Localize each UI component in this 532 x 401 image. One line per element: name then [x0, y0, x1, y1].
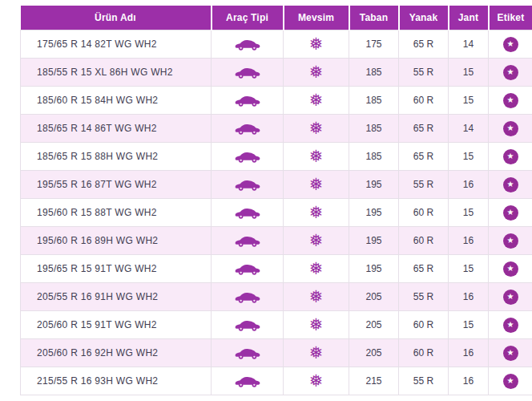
tire-label-star-badge[interactable]: ★	[503, 374, 518, 389]
table-row: 185/55 R 15 XL 86H WG WH2 ❅ 185 55 R 15 …	[21, 59, 532, 87]
tire-label-star-badge[interactable]: ★	[503, 233, 518, 249]
table-row: 215/55 R 16 93H WG WH2 ❅ 215 55 R 16 ★	[21, 367, 532, 395]
snowflake-icon: ❅	[309, 120, 324, 137]
tire-label-star-badge[interactable]: ★	[503, 37, 518, 52]
vehicle-type-cell	[212, 367, 284, 395]
etiket-cell: ★	[489, 199, 532, 227]
tire-products-table: Ürün Adı Araç Tipi Mevsim Taban Yanak Ja…	[20, 6, 532, 395]
table-row: 205/60 R 16 92H WG WH2 ❅ 205 60 R 16 ★	[21, 339, 532, 367]
etiket-cell: ★	[489, 115, 532, 143]
snowflake-icon: ❅	[309, 317, 324, 334]
vehicle-type-cell	[212, 30, 284, 59]
season-cell: ❅	[284, 339, 349, 367]
taban-cell: 185	[349, 87, 399, 115]
column-header-yanak: Yanak	[399, 6, 449, 30]
table-row: 175/65 R 14 82T WG WH2 ❅ 175 65 R 14 ★	[21, 30, 532, 59]
product-name-cell: 205/60 R 16 92H WG WH2	[21, 339, 212, 367]
tire-label-star-badge[interactable]: ★	[503, 205, 518, 221]
jant-cell: 15	[449, 311, 489, 339]
taban-cell: 195	[349, 255, 399, 283]
jant-cell: 16	[449, 227, 489, 255]
snowflake-icon: ❅	[309, 36, 324, 53]
tire-label-star-badge[interactable]: ★	[503, 149, 518, 164]
product-name-cell: 215/55 R 16 93H WG WH2	[21, 367, 212, 395]
season-cell: ❅	[284, 115, 349, 143]
etiket-cell: ★	[489, 339, 532, 367]
yanak-cell: 60 R	[399, 227, 449, 255]
tire-label-star-badge[interactable]: ★	[503, 93, 518, 108]
header-row: Ürün Adı Araç Tipi Mevsim Taban Yanak Ja…	[21, 6, 532, 30]
table-row: 185/65 R 14 86T WG WH2 ❅ 185 65 R 14 ★	[21, 115, 532, 143]
snowflake-icon: ❅	[309, 205, 324, 221]
product-name-cell: 185/65 R 15 88H WG WH2	[21, 143, 212, 171]
taban-cell: 195	[349, 199, 399, 227]
column-header-urun-adi: Ürün Adı	[21, 6, 212, 30]
table-row: 195/65 R 15 91T WG WH2 ❅ 195 65 R 15 ★	[21, 255, 532, 283]
snowflake-icon: ❅	[309, 233, 324, 249]
jant-cell: 15	[449, 143, 489, 171]
taban-cell: 175	[349, 30, 399, 59]
yanak-cell: 55 R	[399, 171, 449, 199]
product-name-cell: 195/60 R 16 89H WG WH2	[21, 227, 212, 255]
tire-label-star-badge[interactable]: ★	[503, 318, 518, 333]
taban-cell: 205	[349, 339, 399, 367]
table-row: 205/55 R 16 91H WG WH2 ❅ 205 55 R 16 ★	[21, 283, 532, 311]
star-icon: ★	[507, 209, 514, 217]
table-row: 195/60 R 16 89H WG WH2 ❅ 195 60 R 16 ★	[21, 227, 532, 255]
tire-label-star-badge[interactable]: ★	[503, 346, 518, 361]
snowflake-icon: ❅	[309, 261, 324, 277]
car-icon	[235, 150, 260, 164]
tire-label-star-badge[interactable]: ★	[503, 261, 518, 277]
car-icon	[235, 38, 260, 51]
product-name-cell: 205/55 R 16 91H WG WH2	[21, 283, 212, 311]
etiket-cell: ★	[489, 143, 532, 171]
jant-cell: 15	[449, 87, 489, 115]
column-header-etiket: Etiket	[489, 6, 532, 30]
taban-cell: 195	[349, 227, 399, 255]
jant-cell: 16	[449, 171, 489, 199]
etiket-cell: ★	[489, 30, 532, 59]
jant-cell: 14	[449, 115, 489, 143]
season-cell: ❅	[284, 283, 349, 311]
yanak-cell: 65 R	[399, 143, 449, 171]
yanak-cell: 55 R	[399, 283, 449, 311]
yanak-cell: 65 R	[399, 30, 449, 59]
yanak-cell: 55 R	[399, 59, 449, 87]
snowflake-icon: ❅	[309, 64, 324, 81]
car-icon	[235, 346, 260, 360]
tire-label-star-badge[interactable]: ★	[503, 177, 518, 192]
tire-label-star-badge[interactable]: ★	[503, 290, 518, 305]
taban-cell: 185	[349, 59, 399, 87]
etiket-cell: ★	[489, 59, 532, 87]
car-icon	[235, 206, 260, 220]
season-cell: ❅	[284, 171, 349, 199]
taban-cell: 185	[349, 143, 399, 171]
tire-label-star-badge[interactable]: ★	[503, 121, 518, 136]
season-cell: ❅	[284, 367, 349, 395]
yanak-cell: 60 R	[399, 87, 449, 115]
snowflake-icon: ❅	[309, 92, 324, 109]
star-icon: ★	[507, 40, 514, 48]
star-icon: ★	[507, 293, 514, 301]
car-icon	[235, 178, 260, 192]
table-row: 205/60 R 15 91T WG WH2 ❅ 205 60 R 15 ★	[21, 311, 532, 339]
snowflake-icon: ❅	[309, 345, 324, 362]
season-cell: ❅	[284, 87, 349, 115]
taban-cell: 205	[349, 311, 399, 339]
car-icon	[235, 94, 260, 107]
tire-label-star-badge[interactable]: ★	[503, 65, 518, 80]
etiket-cell: ★	[489, 255, 532, 283]
yanak-cell: 65 R	[399, 255, 449, 283]
jant-cell: 15	[449, 199, 489, 227]
jant-cell: 16	[449, 367, 489, 395]
season-cell: ❅	[284, 59, 349, 87]
snowflake-icon: ❅	[309, 176, 324, 193]
taban-cell: 215	[349, 367, 399, 395]
yanak-cell: 65 R	[399, 115, 449, 143]
taban-cell: 205	[349, 283, 399, 311]
product-name-cell: 175/65 R 14 82T WG WH2	[21, 30, 212, 59]
etiket-cell: ★	[489, 87, 532, 115]
column-header-taban: Taban	[349, 6, 399, 30]
yanak-cell: 60 R	[399, 311, 449, 339]
vehicle-type-cell	[212, 283, 284, 311]
